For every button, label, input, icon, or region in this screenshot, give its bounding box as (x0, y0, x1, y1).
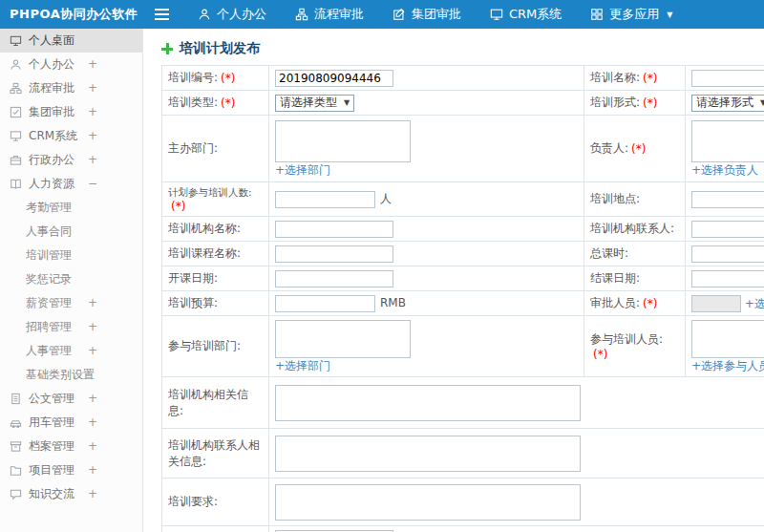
org-name-input[interactable] (275, 221, 393, 238)
budget-input[interactable] (275, 295, 375, 312)
sidebar-item-workflow-approval[interactable]: 流程审批 + (0, 76, 142, 100)
edit-icon (393, 8, 406, 21)
count-unit-suffix: 人 (380, 192, 392, 205)
add-icon (161, 43, 173, 54)
sidebar-item-admin-office[interactable]: 行政办公 + (0, 148, 142, 172)
nav-more-apps[interactable]: 更多应用 ▼ (576, 0, 687, 29)
main-content: 培训计划发布 培训编号:(*) 培训名称:(*) 培训类型:(*) 请选择类型▼… (144, 29, 764, 532)
location-input[interactable] (691, 191, 764, 208)
sidebar-subitem-rewards[interactable]: 奖惩记录 (0, 267, 142, 291)
app-brand: PHPOA协同办公软件 (0, 6, 143, 23)
nav-crm-system[interactable]: CRM系统 (476, 0, 576, 29)
sidebar-subitem-training-management[interactable]: 培训管理 (0, 244, 142, 267)
org-info-label: 培训机构相关信息: (168, 388, 248, 417)
org-contact-input[interactable] (691, 221, 764, 238)
nav-workflow-approval[interactable]: 流程审批 (281, 0, 378, 29)
approver-label: 审批人员: (590, 296, 640, 309)
sidebar-item-personal-office[interactable]: 个人办公 + (0, 53, 142, 76)
org-contact-label: 培训机构联系人: (590, 222, 674, 235)
total-hours-label: 总课时: (590, 246, 628, 260)
sidebar-subitem-basic-category[interactable]: 基础类别设置 (0, 363, 142, 387)
training-name-input[interactable] (691, 70, 764, 87)
page-title: 培训计划发布 (161, 40, 764, 57)
leader-textarea[interactable] (691, 120, 764, 162)
sidebar-item-group-approval[interactable]: 集团审批 + (0, 100, 142, 124)
training-type-label: 培训类型: (168, 96, 218, 109)
caret-down-icon: ▼ (667, 11, 672, 19)
location-label: 培训地点: (590, 192, 640, 205)
sidebar-item-vehicle[interactable]: 用车管理 + (0, 411, 142, 435)
sidebar-item-archives[interactable]: 档案管理 + (0, 435, 142, 458)
start-date-label: 开课日期: (168, 271, 218, 285)
select-join-dept-link[interactable]: +选择部门 (275, 359, 330, 372)
host-dept-textarea[interactable] (275, 120, 411, 162)
sidebar-subitem-personnel-contract[interactable]: 人事合同 (0, 220, 142, 244)
select-approver-link[interactable]: +选择审批人员 (745, 296, 764, 309)
select-leader-link[interactable]: +选择负责人 (691, 163, 758, 177)
sidebar-item-knowledge[interactable]: 知识交流 + (0, 482, 142, 506)
sidebar-item-projects[interactable]: 项目管理 + (0, 458, 142, 482)
sidebar-subitem-personnel[interactable]: 人事管理 + (0, 339, 142, 363)
sidebar-item-desktop[interactable]: 个人桌面 (0, 29, 142, 53)
sidebar-item-crm[interactable]: CRM系统 + (0, 124, 142, 148)
org-info-textarea[interactable] (275, 385, 581, 421)
end-date-label: 结课日期: (590, 271, 640, 285)
training-number-input[interactable] (275, 70, 393, 87)
archive-icon (10, 440, 22, 453)
org-contact-info-textarea[interactable] (275, 436, 581, 472)
org-name-label: 培训机构名称: (168, 222, 241, 235)
select-dept-link[interactable]: +选择部门 (275, 163, 330, 177)
user-icon (198, 8, 211, 21)
caret-down-icon: ▼ (344, 98, 350, 107)
course-name-label: 培训课程名称: (168, 246, 241, 260)
nav-personal-office[interactable]: 个人办公 (183, 0, 281, 29)
sidebar-subitem-recruitment[interactable]: 招聘管理 + (0, 315, 142, 339)
required-marker: (*) (221, 72, 235, 85)
caret-down-icon: ▼ (760, 98, 764, 107)
required-marker: (*) (593, 348, 607, 361)
requirements-label: 培训要求: (168, 495, 218, 508)
topbar-nav: 个人办公 流程审批 集团审批 CRM系统 更多应用 ▼ (183, 0, 687, 29)
join-people-label: 参与培训人员: (590, 332, 663, 346)
flow-icon (10, 82, 22, 95)
training-plan-form: 培训编号:(*) 培训名称:(*) 培训类型:(*) 请选择类型▼ 培训形式:(… (161, 65, 764, 532)
required-marker: (*) (631, 142, 646, 156)
join-dept-label: 参与培训部门: (168, 339, 241, 352)
training-number-label: 培训编号: (168, 71, 218, 84)
end-date-input[interactable] (691, 270, 764, 287)
currency-suffix: RMB (380, 296, 406, 309)
join-dept-textarea[interactable] (275, 320, 411, 358)
planned-count-input[interactable] (275, 191, 375, 208)
required-marker: (*) (221, 96, 235, 110)
requirements-textarea[interactable] (275, 484, 581, 521)
planned-count-label: 计划参与培训人数: (168, 186, 252, 198)
select-join-people-link[interactable]: +选择参与人员 (691, 359, 764, 372)
training-form-table: 培训编号:(*) 培训名称:(*) 培训类型:(*) 请选择类型▼ 培训形式:(… (161, 65, 764, 532)
sidebar-subitem-salary[interactable]: 薪资管理 + (0, 291, 142, 315)
hamburger-icon (155, 9, 169, 11)
sidebar-item-documents[interactable]: 公文管理 + (0, 387, 142, 411)
course-name-input[interactable] (275, 245, 393, 263)
required-marker: (*) (643, 72, 657, 85)
training-mode-select[interactable]: 请选择形式▼ (691, 95, 764, 112)
required-marker: (*) (643, 297, 657, 310)
approver-input[interactable] (691, 295, 741, 312)
sidebar-item-hr[interactable]: 人力资源 − (0, 172, 142, 196)
total-hours-input[interactable] (691, 245, 764, 263)
menu-toggle-button[interactable] (149, 0, 174, 29)
join-people-textarea[interactable] (691, 320, 764, 358)
nav-group-approval[interactable]: 集团审批 (378, 0, 476, 29)
training-type-select[interactable]: 请选择类型▼ (275, 95, 354, 112)
budget-label: 培训预算: (168, 296, 218, 309)
start-date-input[interactable] (275, 270, 393, 287)
apps-grid-icon (590, 8, 604, 21)
folder-icon (10, 464, 22, 477)
sidebar: 个人桌面 个人办公 + 流程审批 + 集团审批 + CRM系统 + 行政办公 +… (0, 29, 143, 532)
required-marker: (*) (171, 200, 185, 213)
org-contact-info-label: 培训机构联系人相关信息: (168, 438, 260, 468)
training-mode-label: 培训形式: (590, 96, 640, 109)
sidebar-subitem-attendance[interactable]: 考勤管理 (0, 196, 142, 220)
monitor-icon (10, 130, 22, 142)
host-dept-label: 主办部门: (168, 141, 218, 155)
user-icon (10, 58, 22, 71)
